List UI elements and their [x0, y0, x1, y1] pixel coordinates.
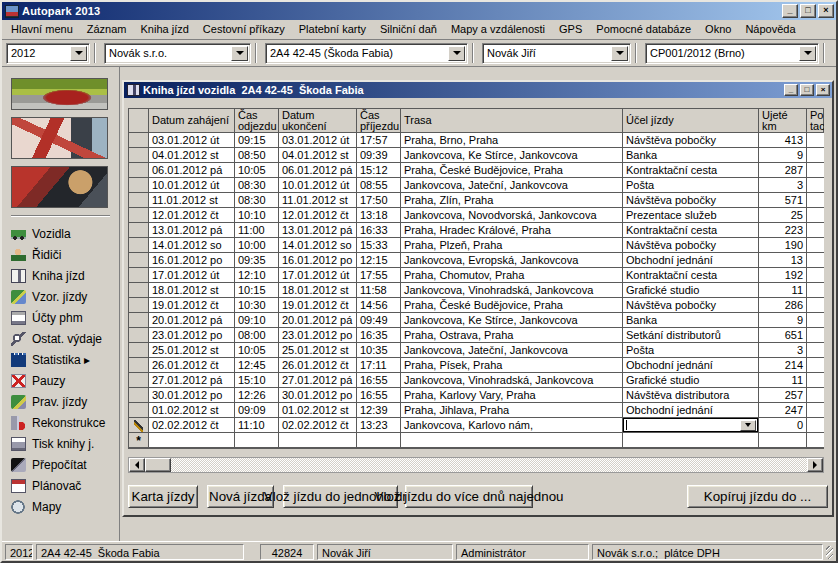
cell-time-end[interactable]: 09:49: [357, 313, 401, 328]
cell-date-end[interactable]: 17.01.2012 út: [279, 268, 357, 283]
cell-tacho[interactable]: [807, 283, 824, 298]
cell-time-end[interactable]: 17:11: [357, 358, 401, 373]
cell-purpose[interactable]: Prezentace služeb: [623, 208, 759, 223]
cell-empty[interactable]: [623, 433, 759, 448]
cell-route[interactable]: Praha, Brno, Praha: [401, 133, 623, 148]
table-row[interactable]: 06.01.2012 pá 10:05 06.01.2012 pá 15:12 …: [129, 163, 823, 178]
cell-date-start[interactable]: 17.01.2012 út: [149, 268, 235, 283]
minimize-button[interactable]: _: [782, 4, 798, 18]
cell-tacho[interactable]: [807, 343, 824, 358]
cell-empty[interactable]: [807, 433, 824, 448]
cell-km[interactable]: 571: [759, 193, 807, 208]
cell-time-start[interactable]: 10:15: [235, 283, 279, 298]
cell-tacho[interactable]: [807, 328, 824, 343]
row-selector[interactable]: [129, 223, 149, 238]
column-header[interactable]: Datum ukončení: [279, 109, 357, 132]
cell-km[interactable]: 286: [759, 298, 807, 313]
table-row[interactable]: 20.01.2012 pá 09:10 20.01.2012 pá 09:49 …: [129, 313, 823, 328]
cell-tacho[interactable]: [807, 298, 824, 313]
cell-route[interactable]: Jankovcova, Jateční, Jankovcova: [401, 178, 623, 193]
cell-time-end[interactable]: 16:55: [357, 388, 401, 403]
cell-date-start[interactable]: 30.01.2012 po: [149, 388, 235, 403]
cell-date-end[interactable]: 13.01.2012 pá: [279, 223, 357, 238]
action-button[interactable]: Karta jízdy: [128, 485, 198, 508]
toolbar-combobox[interactable]: 2A4 42-45 (Škoda Fabia): [265, 43, 468, 64]
new-record-row[interactable]: *: [129, 433, 823, 448]
row-selector[interactable]: [129, 178, 149, 193]
cell-route[interactable]: Praha, Plzeň, Praha: [401, 238, 623, 253]
menu-item[interactable]: Platební karty: [292, 21, 373, 38]
cell-tacho[interactable]: [807, 268, 824, 283]
table-row[interactable]: 17.01.2012 út 12:10 17.01.2012 út 17:55 …: [129, 268, 823, 283]
cell-km[interactable]: 9: [759, 313, 807, 328]
column-header[interactable]: Datum zahájení: [149, 109, 235, 132]
cell-time-start[interactable]: 11:00: [235, 223, 279, 238]
cell-tacho[interactable]: [807, 313, 824, 328]
cell-tacho[interactable]: [807, 238, 824, 253]
cell-date-end[interactable]: 06.01.2012 pá: [279, 163, 357, 178]
toolbar-combobox[interactable]: 2012: [6, 43, 90, 64]
cell-purpose[interactable]: Návštěva pobočky: [623, 193, 759, 208]
cell-km[interactable]: 25: [759, 208, 807, 223]
sidebar-item[interactable]: Rekonstrukce: [11, 412, 110, 433]
table-row[interactable]: 23.01.2012 po 08:00 23.01.2012 po 16:35 …: [129, 328, 823, 343]
cell-km[interactable]: 413: [759, 133, 807, 148]
cell-date-end[interactable]: 16.01.2012 po: [279, 253, 357, 268]
cell-tacho[interactable]: [807, 178, 824, 193]
cell-route[interactable]: Jankovcova, Ke Stírce, Jankovcova: [401, 148, 623, 163]
cell-date-start[interactable]: 10.01.2012 út: [149, 178, 235, 193]
cell-time-start[interactable]: 12:10: [235, 268, 279, 283]
row-selector[interactable]: [129, 313, 149, 328]
cell-time-end[interactable]: 16:33: [357, 223, 401, 238]
cell-km[interactable]: 247: [759, 403, 807, 418]
scrollbar-thumb[interactable]: [145, 458, 171, 472]
cell-purpose[interactable]: Kontraktační cesta: [623, 223, 759, 238]
scroll-right-icon[interactable]: [807, 458, 823, 472]
cell-km[interactable]: 11: [759, 373, 807, 388]
table-row[interactable]: 10.01.2012 út 08:30 10.01.2012 út 08:55 …: [129, 178, 823, 193]
cell-date-start[interactable]: 16.01.2012 po: [149, 253, 235, 268]
cell-time-end[interactable]: 14:56: [357, 298, 401, 313]
action-button[interactable]: Vlož jízdu do více dnů najednou: [405, 485, 533, 508]
cell-route[interactable]: Praha, Zlín, Praha: [401, 193, 623, 208]
cell-tacho[interactable]: [807, 148, 824, 163]
table-row[interactable]: 25.01.2012 st 10:05 25.01.2012 st 10:35 …: [129, 343, 823, 358]
cell-time-start[interactable]: 12:26: [235, 388, 279, 403]
close-button[interactable]: ×: [818, 4, 834, 18]
cell-date-start[interactable]: 03.01.2012 út: [149, 133, 235, 148]
cell-date-start[interactable]: 23.01.2012 po: [149, 328, 235, 343]
row-selector[interactable]: [129, 148, 149, 163]
sidebar-item[interactable]: Kniha jízd: [11, 265, 110, 286]
cell-time-start[interactable]: 09:15: [235, 133, 279, 148]
cell-route[interactable]: Jankovcova, Novodvorská, Jankovcova: [401, 208, 623, 223]
row-selector-editing[interactable]: [129, 418, 149, 433]
cell-route[interactable]: Praha, České Budějovice, Praha: [401, 298, 623, 313]
cell-tacho[interactable]: [807, 358, 824, 373]
cell-purpose[interactable]: Návštěva pobočky: [623, 133, 759, 148]
row-selector-new[interactable]: *: [129, 433, 149, 448]
cell-tacho[interactable]: [807, 163, 824, 178]
cell-purpose[interactable]: Pošta: [623, 343, 759, 358]
sidebar-item[interactable]: Vozidla: [11, 223, 110, 244]
row-selector[interactable]: [129, 283, 149, 298]
cell-empty[interactable]: [401, 433, 623, 448]
cell-time-start[interactable]: 08:30: [235, 178, 279, 193]
sidebar-item[interactable]: Pauzy: [11, 370, 110, 391]
cell-tacho[interactable]: [807, 418, 824, 433]
cell-tacho[interactable]: [807, 253, 824, 268]
cell-time-start[interactable]: 08:30: [235, 193, 279, 208]
cell-purpose[interactable]: Návštěva distributora: [623, 388, 759, 403]
cell-date-end[interactable]: 02.02.2012 čt: [279, 418, 357, 433]
menu-item[interactable]: Silniční daň: [373, 21, 444, 38]
cell-time-start[interactable]: 15:10: [235, 373, 279, 388]
cell-date-start[interactable]: 26.01.2012 čt: [149, 358, 235, 373]
cell-time-end[interactable]: 16:35: [357, 328, 401, 343]
row-selector[interactable]: [129, 343, 149, 358]
cell-tacho[interactable]: [807, 373, 824, 388]
cell-km[interactable]: 651: [759, 328, 807, 343]
menu-item[interactable]: Pomocné databáze: [589, 21, 698, 38]
cell-date-start[interactable]: 19.01.2012 čt: [149, 298, 235, 313]
table-row[interactable]: 12.01.2012 čt 10:10 12.01.2012 čt 13:18 …: [129, 208, 823, 223]
chevron-down-icon[interactable]: [799, 46, 816, 61]
row-selector[interactable]: [129, 208, 149, 223]
